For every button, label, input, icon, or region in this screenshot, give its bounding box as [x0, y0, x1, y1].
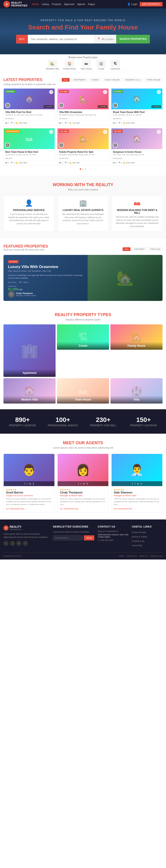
linkedin-icon[interactable]: li: [141, 483, 142, 485]
footer-bottom-home[interactable]: Home: [119, 555, 124, 557]
twitter-icon[interactable]: t: [135, 483, 135, 485]
filter-town[interactable]: TOWN HOUSE: [144, 78, 163, 82]
twitter-icon[interactable]: t: [81, 483, 81, 485]
feat-filter-sale[interactable]: FOR SALE: [148, 247, 163, 251]
browse-type-town[interactable]: 🏘 Town House: [80, 60, 92, 70]
property-card[interactable]: 🏘 Add Featured ♡ R Best Town House In Ne…: [3, 128, 55, 166]
logo[interactable]: 🏠 REALITY PROPERTIES: [3, 1, 27, 7]
favorite-icon[interactable]: ♡: [157, 130, 161, 134]
property-card[interactable]: 🏡 For Sale ♡ B Family Property Home For …: [57, 128, 109, 166]
nav-home[interactable]: Home: [32, 3, 39, 5]
page-dot-1[interactable]: [80, 168, 81, 170]
property-card[interactable]: 🏡 For Sale ♡ 2 months D Villa With Ocean…: [57, 88, 109, 126]
beds-feature: 🛏5: [59, 161, 62, 164]
newsletter-email-input[interactable]: [53, 535, 83, 540]
nav-agencies[interactable]: Agencies: [64, 3, 75, 5]
working-card-modern: 🏘 MODERN BUILDING FOR RENT & SELL We kno…: [112, 195, 163, 232]
footer-link-3[interactable]: Invest Blog: [132, 544, 142, 547]
footer-bottom-support[interactable]: Support Docs: [150, 555, 163, 557]
footer-link-0[interactable]: Estate Principle: [132, 531, 146, 533]
filter-family[interactable]: FAMILY HOUSE: [102, 78, 122, 82]
favorite-icon[interactable]: ♡: [103, 90, 107, 94]
browse-type-condo[interactable]: 🏢 Condo: [96, 60, 106, 70]
agent-card-dale[interactable]: 👨‍💼 f t in li ★★★★★ Dale Shannon Manager…: [111, 454, 163, 513]
agent-card-cindy[interactable]: 👩 f t in li ★★★★★ Cindy Thompson Manager…: [57, 454, 109, 513]
property-badge: For Sale: [59, 130, 69, 133]
filter-condo[interactable]: CONDO: [89, 78, 101, 82]
footer-link-2[interactable]: Property Law: [132, 540, 144, 542]
twitter-icon[interactable]: t: [27, 483, 27, 485]
footer-facebook-icon[interactable]: f: [3, 541, 8, 546]
nav-login[interactable]: 👤 Login: [127, 3, 137, 6]
instagram-icon[interactable]: in: [29, 483, 31, 485]
nav-agents[interactable]: Agents: [77, 3, 85, 5]
favorite-icon[interactable]: ♡: [157, 90, 161, 94]
featured-beds: 🛏 6 Beds: [8, 281, 17, 283]
location-selector[interactable]: 📍 All London: [94, 35, 116, 43]
footer-bottom-contact[interactable]: Contact Us: [127, 555, 137, 557]
favorite-icon[interactable]: ♡: [103, 130, 107, 134]
type-family[interactable]: 🏡 Family House: [110, 324, 163, 350]
logo-text: REALITY PROPERTIES: [11, 1, 27, 7]
agent-properties-link[interactable]: MY PROPERTIES →: [114, 508, 160, 510]
type-villa[interactable]: 🏰 Villa: [110, 378, 163, 404]
filter-modern[interactable]: MODERN VILLA: [123, 78, 143, 82]
browse-type-apartment[interactable]: 🏗 Apartment: [110, 60, 120, 70]
property-badge: For Rent: [5, 90, 16, 93]
buy-tab[interactable]: BUY: [16, 35, 28, 43]
type-modern[interactable]: 🏠 Modern Villa: [3, 378, 56, 404]
featured-agent-role: Manager at Allison-Hybn: [16, 294, 36, 297]
facebook-icon[interactable]: f: [132, 483, 133, 485]
footer-twitter-icon[interactable]: t: [10, 541, 15, 546]
linkedin-icon[interactable]: li: [87, 483, 88, 485]
agents-title: MEET OUR AGENTS: [3, 440, 163, 445]
browse-type-family[interactable]: 🏠 Family House: [63, 60, 76, 70]
featured-filters: ALL FOR RENT FOR SALE: [123, 247, 163, 251]
footer-instagram-icon[interactable]: in: [17, 541, 22, 546]
property-card[interactable]: 🏠 For Rent ♡ 2 months T Royal Town House…: [111, 88, 163, 126]
property-badge: For Sale: [113, 130, 123, 133]
browse-bar: Browse more Property types 🏡 Resident Vi…: [0, 54, 166, 72]
footer-social-icons: f t in li: [3, 541, 50, 546]
type-apartment[interactable]: 🏢 Apartment: [3, 324, 56, 377]
search-button[interactable]: SEARCH PROPERTIES: [116, 35, 150, 43]
feat-filter-rent[interactable]: FOR RENT: [132, 247, 147, 251]
agent-properties-link[interactable]: MY PROPERTIES →: [60, 508, 106, 510]
stats-grid: 890+ PROPERTY LOCATION 100+ PROFESSIONAL…: [3, 416, 163, 427]
working-title: WORKING WITH THE REALITY: [3, 182, 163, 187]
filter-apartment[interactable]: APARTMENT: [71, 78, 88, 82]
linkedin-icon[interactable]: li: [33, 483, 34, 485]
nav-listing[interactable]: Listing: [42, 3, 49, 5]
footer-about-col: 🏠 REALITY PROPERTIES Lorem ipsum dolor s…: [3, 525, 50, 548]
instagram-icon[interactable]: in: [137, 483, 139, 485]
stat-label: PROFESSIONAL AGENTS: [44, 424, 82, 427]
browse-type-villa[interactable]: 🏡 Resident Villa: [46, 60, 59, 70]
search-input[interactable]: [28, 35, 94, 43]
footer-link-1[interactable]: Buying & Selling: [132, 535, 147, 538]
agent-properties-link[interactable]: MY PROPERTIES →: [6, 508, 52, 510]
feat-filter-all[interactable]: ALL: [123, 247, 131, 251]
agent-name: Grant Barron: [6, 491, 52, 494]
filter-all[interactable]: ALL: [62, 78, 70, 82]
hero-subtitle: PROPERTY FOR SALE & FOR RENT AROUND THE …: [40, 19, 126, 22]
facebook-icon[interactable]: f: [78, 483, 79, 485]
agent-card-grant[interactable]: 👨 f t in li ★★★★★ Grant Barron Surgeon a…: [3, 454, 55, 513]
footer-bottom-about[interactable]: About Us: [139, 555, 147, 557]
property-types-grid-2: 🏠 Modern Villa 🏘 Town House 🏰 Villa: [3, 378, 163, 404]
property-card[interactable]: 🏠 For Sale ♡ T Gorgeous In Green House 3…: [111, 128, 163, 166]
nav-property[interactable]: Property: [52, 3, 61, 5]
add-property-button[interactable]: ADD PROPERTY: [140, 2, 163, 6]
instagram-icon[interactable]: in: [83, 483, 85, 485]
page-dot-3[interactable]: [85, 168, 86, 170]
page-dot-2[interactable]: [82, 168, 84, 170]
property-card[interactable]: 🏠 For Rent ♡ 3 months R Villa With Pool …: [3, 88, 55, 126]
facebook-icon[interactable]: f: [24, 483, 25, 485]
area-feature: 📐2000 SqFt: [123, 161, 135, 164]
newsletter-submit-button[interactable]: SEND: [84, 535, 94, 540]
nav-pages[interactable]: Pages: [88, 3, 95, 5]
type-town[interactable]: 🏘 Town House: [57, 378, 109, 404]
footer-linkedin-icon[interactable]: li: [23, 541, 28, 546]
type-condo[interactable]: 🏗 Condo: [57, 324, 109, 350]
type-overlay: Town House: [57, 396, 109, 404]
property-grid: 🏠 For Rent ♡ 3 months R Villa With Pool …: [3, 88, 163, 166]
